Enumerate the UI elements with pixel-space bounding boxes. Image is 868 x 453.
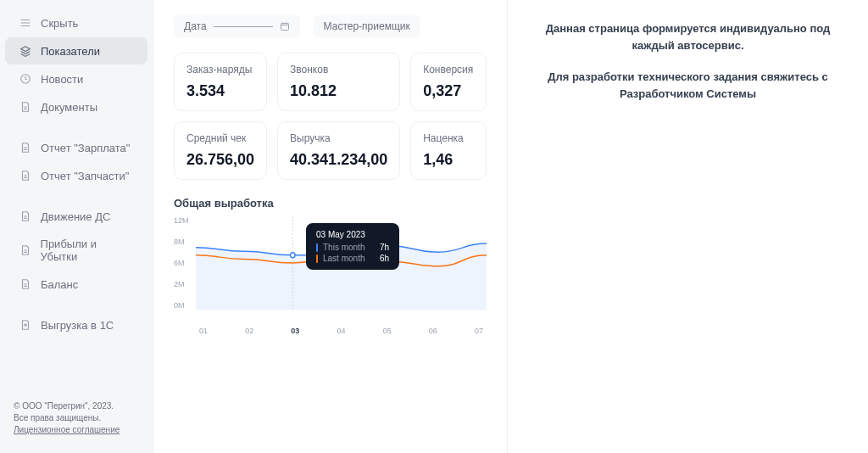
kpi-value: 26.756,00 xyxy=(186,151,254,169)
info-text-2: Для разработки технического задания свяж… xyxy=(531,69,844,102)
series-marker-1 xyxy=(316,243,318,252)
info-panel: Данная страница формируется индивидуальн… xyxy=(507,0,868,453)
sidebar-item-label: Документы xyxy=(41,101,97,114)
kpi-value: 1,46 xyxy=(423,151,474,169)
svg-rect-1 xyxy=(281,24,288,31)
rights: Все права защищены. xyxy=(14,412,139,424)
kpi-value: 10.812 xyxy=(290,82,387,100)
chart: 12M8M6M2M0M 03 May 2023 This month 7h La… xyxy=(174,216,487,335)
kpi-card-5: Наценка1,46 xyxy=(410,121,487,180)
sidebar: СкрытьПоказателиНовостиДокументыОтчет "З… xyxy=(0,0,153,453)
sidebar-item-label: Отчет "Запчасти" xyxy=(41,170,129,182)
kpi-label: Наценка xyxy=(423,132,474,144)
sidebar-item-label: Новости xyxy=(41,73,83,86)
sidebar-item-label: Отчет "Зарплата" xyxy=(41,142,130,154)
kpi-card-3: Средний чек26.756,00 xyxy=(174,121,267,180)
chart-x-axis: 01020304050607 xyxy=(196,327,487,335)
filter-date[interactable]: Дата xyxy=(174,15,300,37)
sidebar-item-3[interactable]: Документы xyxy=(5,93,147,120)
kpi-card-4: Выручка40.341.234,00 xyxy=(277,121,400,180)
calendar-icon xyxy=(280,21,290,31)
kpi-card-1: Звонков10.812 xyxy=(277,53,400,111)
sidebar-item-4[interactable]: Отчет "Зарплата" xyxy=(5,134,147,161)
filter-master-label: Мастер-приемщик xyxy=(324,20,410,32)
kpi-label: Выручка xyxy=(290,132,387,144)
sidebar-item-2[interactable]: Новости xyxy=(5,65,147,92)
sidebar-item-label: Баланс xyxy=(41,278,78,291)
sidebar-item-1[interactable]: Показатели xyxy=(5,37,147,64)
sidebar-item-7[interactable]: Прибыли и Убытки xyxy=(5,231,147,270)
series-marker-2 xyxy=(316,254,318,263)
doc-icon xyxy=(19,100,32,114)
doc-icon xyxy=(19,169,32,182)
chart-plot: 03 May 2023 This month 7h Last month 6h xyxy=(196,216,487,310)
sidebar-footer: © ООО "Перегрин", 2023. Все права защище… xyxy=(0,392,153,445)
sidebar-item-0[interactable]: Скрыть xyxy=(5,9,147,36)
kpi-card-2: Конверсия0,327 xyxy=(410,53,487,111)
doc-icon xyxy=(19,210,32,223)
chart-title: Общая выработка xyxy=(174,197,487,210)
kpi-grid: Заказ-наряды3.534Звонков10.812Конверсия0… xyxy=(174,53,487,180)
tooltip-date: 03 May 2023 xyxy=(316,230,389,239)
chart-y-axis: 12M8M6M2M0M xyxy=(174,216,189,310)
upload-icon xyxy=(19,318,32,332)
sidebar-item-label: Показатели xyxy=(41,45,100,58)
layers-icon xyxy=(19,44,32,58)
menu-icon xyxy=(19,16,32,30)
kpi-value: 3.534 xyxy=(186,82,254,100)
license-link[interactable]: Лицензионное соглашение xyxy=(14,424,139,436)
filters: Дата Мастер-приемщик xyxy=(174,15,487,37)
sidebar-item-9[interactable]: Выгрузка в 1С xyxy=(5,311,147,338)
doc-icon xyxy=(19,277,32,291)
kpi-label: Конверсия xyxy=(423,64,474,76)
filter-date-label: Дата xyxy=(184,20,207,32)
tooltip-row-2: Last month 6h xyxy=(316,254,389,263)
kpi-value: 0,327 xyxy=(423,82,474,100)
kpi-label: Звонков xyxy=(290,64,387,76)
chart-tooltip: 03 May 2023 This month 7h Last month 6h xyxy=(306,223,399,270)
sidebar-item-label: Скрыть xyxy=(41,17,78,30)
sidebar-item-label: Выгрузка в 1С xyxy=(41,319,114,332)
kpi-card-0: Заказ-наряды3.534 xyxy=(174,53,267,111)
tooltip-row-1: This month 7h xyxy=(316,243,389,252)
clock-icon xyxy=(19,72,32,86)
sidebar-item-label: Прибыли и Убытки xyxy=(41,238,134,263)
kpi-label: Средний чек xyxy=(186,132,254,144)
kpi-label: Заказ-наряды xyxy=(186,64,254,76)
sidebar-item-8[interactable]: Баланс xyxy=(5,271,147,298)
info-text-1: Данная страница формируется индивидуальн… xyxy=(531,20,844,53)
copyright: © ООО "Перегрин", 2023. xyxy=(14,400,139,412)
main-panel: Дата Мастер-приемщик Заказ-наряды3.534Зв… xyxy=(153,0,507,453)
sidebar-item-5[interactable]: Отчет "Запчасти" xyxy=(5,162,147,189)
filter-master[interactable]: Мастер-приемщик xyxy=(314,15,420,37)
kpi-value: 40.341.234,00 xyxy=(290,151,387,169)
doc-icon xyxy=(19,243,32,257)
svg-point-3 xyxy=(291,253,295,258)
sidebar-item-label: Движение ДС xyxy=(41,210,110,223)
doc-icon xyxy=(19,141,32,154)
sidebar-item-6[interactable]: Движение ДС xyxy=(5,203,147,230)
